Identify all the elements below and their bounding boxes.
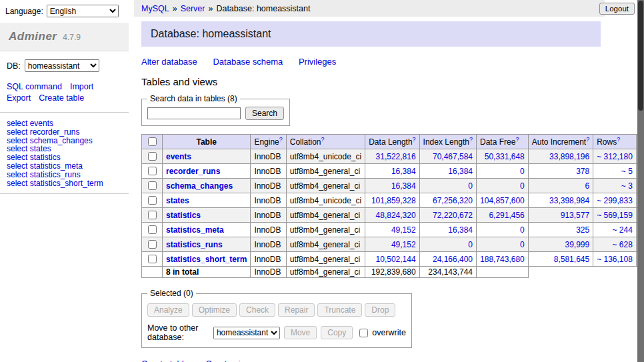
rows-count-link[interactable]: ~ 136,108 [597,255,633,264]
help-link[interactable]: ? [469,136,473,143]
row-checkbox[interactable] [148,196,157,205]
rows-count-link[interactable]: ~ 569,159 [597,211,633,220]
breadcrumb-link-mysql[interactable]: MySQL [141,4,169,13]
sidebar-table-link[interactable]: select statistics_runs [7,171,122,179]
index-length-link[interactable]: 0 [468,181,473,191]
auto-increment-link[interactable]: 33,898,196 [549,152,589,161]
row-checkbox[interactable] [148,255,157,263]
vertical-scrollbar[interactable] [637,0,644,362]
index-length-link[interactable]: 24,166,400 [433,255,473,264]
table-name-link[interactable]: schema_changes [166,181,233,191]
move-button[interactable]: Move [284,326,317,339]
data-length-link[interactable]: 10,502,144 [376,255,416,264]
row-checkbox[interactable] [148,181,157,190]
table-name-link[interactable]: recorder_runs [166,167,220,176]
engine-cell: InnoDB [251,252,286,267]
move-database-select[interactable]: homeassistant [213,327,280,339]
help-link[interactable]: ? [321,136,324,143]
copy-button[interactable]: Copy [321,326,353,339]
index-length-link[interactable]: 16,384 [448,225,473,235]
data-free-link[interactable]: 0 [520,167,525,176]
table-name-link[interactable]: states [166,196,189,205]
language-select[interactable]: English [47,5,119,17]
help-link[interactable]: ? [279,136,283,143]
truncate-button[interactable]: Truncate [317,303,362,317]
data-free-link[interactable]: 188,743,680 [480,255,525,264]
engine-cell: InnoDB [251,193,286,208]
row-checkbox[interactable] [148,152,157,161]
table-name-link[interactable]: events [166,152,191,161]
sidebar-link-import[interactable]: Import [70,82,93,91]
data-length-link[interactable]: 31,522,816 [376,152,416,161]
sidebar-link-create-table[interactable]: Create table [39,93,84,103]
overwrite-checkbox[interactable] [359,329,368,337]
sidebar-link-export[interactable]: Export [7,93,31,103]
index-length-link[interactable]: 72,220,672 [433,211,473,220]
create-view-link[interactable]: Create view [205,359,251,362]
auto-increment-link[interactable]: 8,581,645 [554,255,589,264]
rows-count-link[interactable]: ~ 299,833 [597,196,633,205]
sidebar-table-link[interactable]: select statistics_short_term [7,179,122,188]
logout-button[interactable]: Logout [599,3,635,15]
table-name-link[interactable]: statistics_short_term [166,255,247,264]
auto-increment-link[interactable]: 378 [576,167,589,176]
scrollbar-thumb[interactable] [638,1,643,111]
row-checkbox[interactable] [148,240,157,249]
help-link[interactable]: ? [413,136,416,143]
index-length-link[interactable]: 70,467,584 [433,152,473,161]
table-name-link[interactable]: statistics [166,211,201,220]
search-button[interactable]: Search [245,107,284,120]
data-length-link[interactable]: 16,384 [391,181,416,191]
data-length-link[interactable]: 101,859,328 [371,196,416,205]
index-length-link[interactable]: 67,256,320 [433,196,473,205]
analyze-button[interactable]: Analyze [147,303,189,317]
auto-increment-link[interactable]: 33,398,984 [549,196,589,205]
create-table-link[interactable]: Create table [141,359,189,362]
auto-increment-link[interactable]: 913,577 [561,211,589,220]
data-length-link[interactable]: 48,824,320 [376,211,416,220]
index-length-link[interactable]: 16,384 [448,167,473,176]
table-name-link[interactable]: statistics_runs [166,240,223,249]
check-button[interactable]: Check [239,303,275,317]
sidebar-link-sql-command[interactable]: SQL command [7,82,62,91]
auto-increment-link[interactable]: 39,999 [565,240,589,249]
sidebar-table-link[interactable]: select events [7,119,122,128]
data-free-link[interactable]: 0 [520,181,525,191]
data-free-link[interactable]: 0 [520,240,525,249]
data-length-link[interactable]: 49,152 [391,240,416,249]
row-checkbox[interactable] [148,211,157,219]
data-free-link[interactable]: 0 [520,225,525,235]
db-select[interactable]: homeassistant [25,59,99,72]
data-length-link[interactable]: 16,384 [391,167,416,176]
database-schema-link[interactable]: Database schema [213,57,283,67]
alter-database-link[interactable]: Alter database [141,57,197,67]
data-free-link[interactable]: 6,291,456 [489,211,524,220]
rows-count-link[interactable]: ~ 244 [613,225,633,235]
drop-button[interactable]: Drop [365,303,395,317]
rows-count-link[interactable]: ~ 312,180 [597,152,633,161]
privileges-link[interactable]: Privileges [299,57,336,67]
select-all-checkbox[interactable] [148,137,157,146]
search-input[interactable] [147,107,241,119]
help-link[interactable]: ? [515,136,519,143]
data-free-link[interactable]: 50,331,648 [485,152,525,161]
total-collation: utf8mb4_general_ci [286,267,365,278]
row-checkbox[interactable] [148,167,157,175]
repair-button[interactable]: Repair [278,303,315,317]
rows-count-link[interactable]: ~ 3 [621,181,633,191]
help-link[interactable]: ? [586,136,589,143]
breadcrumb-link-server[interactable]: Server [181,4,205,13]
index-length-link[interactable]: 0 [468,240,473,249]
optimize-button[interactable]: Optimize [192,303,237,317]
sidebar-table-link[interactable]: select recorder_runs [7,128,122,137]
table-name-link[interactable]: statistics_meta [166,225,224,235]
auto-increment-link[interactable]: 325 [576,225,589,235]
auto-increment-link[interactable]: 6 [585,181,589,191]
data-length-link[interactable]: 49,152 [391,225,416,235]
row-checkbox[interactable] [148,225,157,234]
rows-count-link[interactable]: ~ 5 [621,167,633,176]
sidebar-table-link[interactable]: select statistics_meta [7,162,122,171]
help-link[interactable]: ? [617,136,620,143]
rows-count-link[interactable]: ~ 628 [613,240,633,249]
data-free-link[interactable]: 104,857,600 [480,196,525,205]
